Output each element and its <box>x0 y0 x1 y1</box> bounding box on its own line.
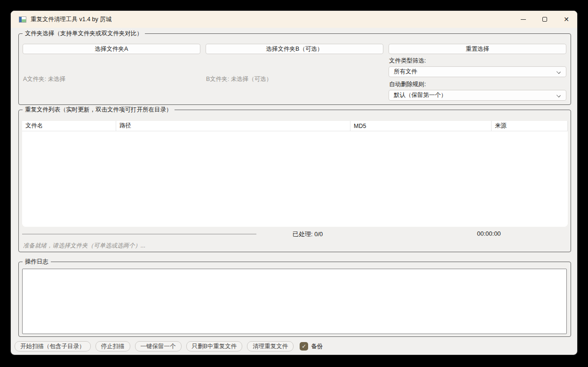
keep-one-button[interactable]: 一键保留一个 <box>135 341 182 351</box>
select-folder-b-button[interactable]: 选择文件夹B（可选） <box>206 44 383 54</box>
folder-group-label: 文件夹选择（支持单文件夹或双文件夹对比） <box>23 30 145 38</box>
file-type-filter-value: 所有文件 <box>394 68 417 76</box>
status-message: 准备就绪，请选择文件夹（可单选或选两个）... <box>23 242 145 250</box>
file-type-filter-select[interactable]: 所有文件 <box>389 66 566 77</box>
reset-selection-button[interactable]: 重置选择 <box>389 44 566 54</box>
stop-scan-button[interactable]: 停止扫描 <box>95 341 130 351</box>
scan-progress-bar <box>22 234 256 234</box>
column-header-source[interactable]: 来源 <box>492 121 568 131</box>
select-folder-a-button[interactable]: 选择文件夹A <box>23 44 200 54</box>
elapsed-time: 00:00:00 <box>477 230 501 237</box>
folder-selection-group: 文件夹选择（支持单文件夹或双文件夹对比） 选择文件夹A 选择文件夹B（可选） 重… <box>18 33 571 105</box>
start-scan-button[interactable]: 开始扫描（包含子目录） <box>15 341 91 351</box>
maximize-icon <box>542 17 547 22</box>
column-header-md5[interactable]: MD5 <box>350 121 492 131</box>
app-icon <box>19 16 26 23</box>
file-type-filter-label: 文件类型筛选: <box>389 57 426 65</box>
duplicate-list-label: 重复文件列表（实时更新，双击文件项可打开所在目录） <box>23 106 175 114</box>
app-window: 重复文件清理工具 v1.4 by 厉城 ✕ 文件夹选择（支持单文件夹或双文件夹对… <box>10 10 578 355</box>
operation-log-group: 操作日志 <box>18 262 571 337</box>
backup-label: 备份 <box>311 343 323 351</box>
operation-log-label: 操作日志 <box>23 258 51 266</box>
window-title: 重复文件清理工具 v1.4 by 厉城 <box>31 16 111 24</box>
clean-duplicates-button[interactable]: 清理重复文件 <box>247 341 294 351</box>
log-textarea[interactable] <box>22 269 567 334</box>
folder-a-status: A文件夹: 未选择 <box>23 75 65 83</box>
auto-delete-rule-select[interactable]: 默认（保留第一个） <box>389 90 566 101</box>
minimize-icon <box>521 19 526 20</box>
folder-b-status: B文件夹: 未选择（可选） <box>206 75 272 83</box>
column-header-path[interactable]: 路径 <box>116 121 350 131</box>
table-body-empty <box>22 131 568 227</box>
delete-b-duplicates-button[interactable]: 只删B中重复文件 <box>186 341 243 351</box>
column-header-filename[interactable]: 文件名 <box>22 121 116 131</box>
backup-checkbox[interactable]: ✓ <box>300 342 308 351</box>
checkmark-icon: ✓ <box>302 343 306 349</box>
chevron-down-icon <box>556 70 561 74</box>
close-button[interactable]: ✕ <box>556 11 577 28</box>
duplicate-file-table: 文件名 路径 MD5 来源 <box>22 121 568 227</box>
processed-count: 已处理: 0/0 <box>293 230 323 239</box>
chevron-down-icon <box>556 93 561 97</box>
auto-delete-rule-value: 默认（保留第一个） <box>394 91 447 99</box>
table-header-row: 文件名 路径 MD5 来源 <box>22 121 568 131</box>
maximize-button[interactable] <box>534 11 556 28</box>
titlebar: 重复文件清理工具 v1.4 by 厉城 ✕ <box>11 11 577 28</box>
minimize-button[interactable] <box>512 11 534 28</box>
auto-delete-rule-label: 自动删除规则: <box>389 80 426 88</box>
duplicate-list-group: 重复文件列表（实时更新，双击文件项可打开所在目录） 文件名 路径 MD5 来源 … <box>18 110 571 252</box>
close-icon: ✕ <box>564 16 569 23</box>
action-bar: 开始扫描（包含子目录） 停止扫描 一键保留一个 只删B中重复文件 清理重复文件 … <box>15 341 323 351</box>
